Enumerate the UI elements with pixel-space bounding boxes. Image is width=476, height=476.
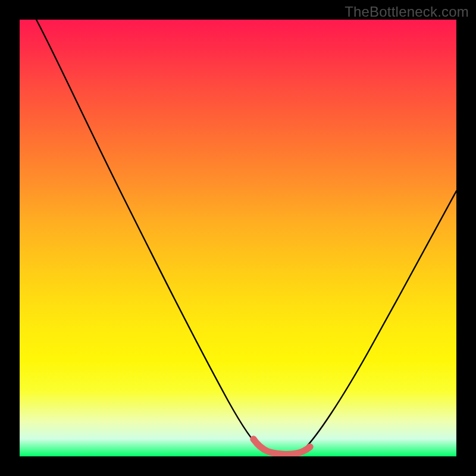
optimal-band-end-left [250, 436, 257, 443]
curve-layer [20, 20, 456, 456]
bottleneck-curve-right [304, 191, 456, 449]
plot-area [20, 20, 456, 456]
optimal-band-end-right [307, 444, 314, 450]
chart-frame: TheBottleneck.com [0, 0, 476, 476]
bottleneck-curve-left [36, 20, 261, 448]
optimal-band-highlight [253, 439, 310, 454]
watermark-text: TheBottleneck.com [345, 4, 469, 20]
